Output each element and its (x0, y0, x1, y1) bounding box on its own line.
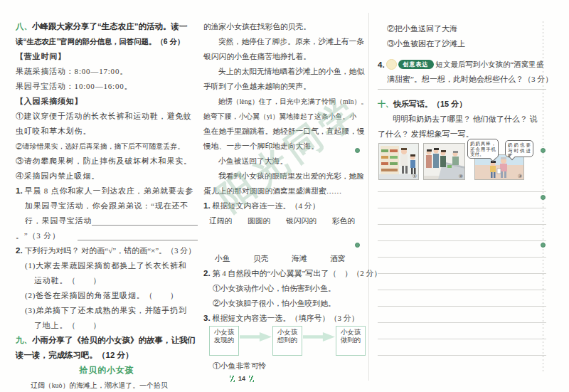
line-text: 【入园采摘须知】 (16, 94, 83, 109)
line-text: 了什么？ 发挥想象写一写。 (378, 127, 474, 142)
line-text: 乎听到了小鱼越来越响的哭声。 (203, 79, 311, 94)
line-text: 根据短文内容连一连。（4 分） (213, 198, 320, 213)
speech-bubble-1: 奶奶真棒，还会用手机支付。 (467, 139, 499, 159)
text-line: 。”（3 分） (16, 228, 198, 243)
sun-icon (386, 59, 397, 70)
text-line: 行，果园寻宝活动 (16, 213, 198, 228)
line-text: ②小女孩胆子很小，怕小鱼咬到她。 (213, 296, 336, 311)
line-text: 小鱼 贝壳 海滩 酒窝 (215, 251, 346, 266)
text-line: 3.根据短文内容选一选。（填序号）（3 分） (203, 311, 366, 326)
gutter-green-dot (355, 243, 360, 248)
line-text: 辽阔的 圆圆的 银闪闪的 彩色的 (209, 213, 355, 228)
text-line: 2.下列行为对吗？ 对的画“√”，错的画“×”。（3 分） (16, 243, 198, 258)
panel-3-illustration (475, 155, 523, 179)
line-text: 突然，她停住了脚步。原来，沙滩上有一条 (218, 34, 364, 49)
panel-2: ② (423, 143, 465, 180)
line-text: ④采摘园内禁止吸烟。 (16, 169, 100, 184)
panel-2-number: ② (459, 174, 463, 179)
line-text: 辽阔（kuò）的海滩上，潮水退了。一个拾贝 (31, 378, 168, 392)
edge-green-dot (541, 148, 546, 153)
line-text: (3)弟弟摘下了还未成熟的果实，并随手扔到 (25, 303, 187, 318)
line-text: (1)大家去果蔬园采摘前都换上了长衣长裤和 (25, 258, 187, 273)
section-ten-header: 十、快乐写话。（15 分） (378, 96, 546, 112)
text-line: 加果园寻宝活动，你会跟弟弟说：“现在还不 (16, 198, 198, 213)
text-line: ③小鱼被困在了沙滩上 (378, 36, 546, 51)
panel-3-number: ③ (518, 174, 522, 179)
flow-boxes: 小女孩 发现的 小女孩 想到的 小女孩 做到的 (209, 326, 366, 356)
text-line: 1.早晨 8 点你和家人一到达农庄，弟弟就要去参 (16, 184, 198, 198)
answer-line (378, 89, 546, 90)
text-line: 小鱼被送回了大海。 (203, 154, 366, 169)
line-number: 3. (203, 311, 211, 326)
text-line: 了什么？ 发挥想象写一写。 (378, 127, 546, 142)
line-text: ①建议穿便于活动的长衣长裤和运动鞋，避免蚊 (16, 109, 192, 124)
column-2-lines-top: 的渔家小女孩在找彩色的贝壳。突然，她停住了脚步。原来，沙滩上有一条银闪闪的小鱼在… (203, 19, 366, 326)
text-line: 拾贝的小女孩 (16, 363, 198, 378)
line-number: 1. (16, 184, 23, 198)
text-line: 她弯下腰，小心翼（yì）翼地捧起了这条小鱼。小 (203, 109, 366, 124)
line-number: 九、 (16, 333, 32, 348)
line-text: 虫叮咬和草木划伤。 (16, 124, 91, 139)
writing-prompt-comic-panels: ① ② 奶奶真棒，还会用手机支付。 奶奶也要与时俱进嘛。 (378, 142, 546, 183)
line-text: ①小女孩动作小心，怕伤害到小鱼。 (213, 281, 336, 296)
footer-slash-icon (230, 376, 235, 382)
text-line: 的渔家小女孩在找彩色的贝壳。 (203, 19, 366, 34)
line-text: 下列行为对吗？ 对的画“√”，错的画“×”。（3 分） (25, 243, 196, 258)
footer-slash-icon (249, 376, 254, 382)
line-number: 八、 (16, 19, 32, 34)
line-number: 2. (203, 266, 211, 281)
gutter-green-dot (355, 148, 360, 153)
text-line: 鱼在她手里蹦跳着。她轻舒一口气，直起腰，慢 (203, 124, 366, 139)
line-text: 根据短文内容选一选。（填序号）（3 分） (213, 311, 359, 326)
panel-1-number: ① (413, 174, 417, 179)
line-number: 1. (203, 198, 211, 213)
line-text: 了地上。（ ） (34, 318, 101, 333)
line-text: ③小鱼被困在了沙滩上 (387, 36, 465, 51)
text-line: 2.第 4 自然段中的“小心翼翼”写出了（ ）（2 分） (203, 266, 366, 281)
text-line: 1.根据短文内容连一连。（4 分） (203, 198, 366, 213)
text-line: (3)弟弟摘下了还未成熟的果实，并随手扔到 (16, 303, 198, 318)
text-line: 蛋儿上的那对圆圆的酒窝里盛满甜蜜…… (203, 184, 366, 198)
flow-arrow-icon (303, 332, 335, 341)
question-3-options: ②把小鱼送回了大海③小鱼被困在了沙滩上 (378, 21, 546, 51)
text-line: 读一读，完成练习吧。（12 分） (16, 348, 198, 363)
line-text: 明明和奶奶去了哪里？ 他们做了什么？ 说 (393, 112, 538, 127)
worksheet-page: { "page": { "watermark": "阳光同学", "footer… (0, 0, 569, 392)
question-3-flow-diagram: 小女孩 发现的 小女孩 想到的 小女孩 做到的 (203, 326, 366, 359)
page-number: 14 (238, 375, 245, 382)
text-line: 突然，她停住了脚步。原来，沙滩上有一条 (203, 34, 366, 49)
line-text: 慢地、一步一个脚印地走向大海。 (203, 139, 319, 154)
line-text: 她愣（lèng）住了，目光中充满了怜悯（mǐn）。 (218, 94, 368, 109)
right-page-column: ②把小鱼送回了大海③小鱼被困在了沙滩上 4. 创意表达 短文最后写到小女孩的“酒… (378, 21, 546, 359)
line-text: 蛋儿上的那对圆圆的酒窝里盛满甜蜜…… (203, 184, 341, 198)
text-line: 乎听到了小鱼越来越响的哭声。 (203, 79, 366, 94)
answer-blank-line (92, 213, 198, 226)
flow-arrow-icon (240, 332, 272, 341)
panel-1: ① (378, 143, 419, 180)
section-ten-paragraph: 明明和奶奶去了哪里？ 他们做了什么？ 说了什么？ 发挥想象写一写。 (378, 112, 546, 142)
text-line: ②请珍惜果实，选好后再采摘，摘下后不可随意丢弃。 (16, 139, 198, 154)
text-line: 头上的太阳无情地晒着沙滩上的小鱼，她似 (203, 64, 366, 79)
line-text: ②请珍惜果实，选好后再采摘，摘下后不可随意丢弃。 (16, 139, 184, 154)
text-line: (1)大家去果蔬园采摘前都换上了长衣长裤和 (16, 258, 198, 273)
line-text: 第 4 自然段中的“小心翼翼”写出了（ ）（2 分） (213, 266, 382, 281)
line-text: 行，果园寻宝活动 (25, 213, 92, 228)
line-text: 的渔家小女孩在找彩色的贝壳。 (203, 19, 311, 34)
edge-green-dot (541, 243, 546, 248)
text-line: 果蔬采摘活动：8:00—17:00。 (16, 64, 198, 79)
left-page-column-2: 的渔家小女孩在找彩色的贝壳。突然，她停住了脚步。原来，沙滩上有一条银闪闪的小鱼在… (203, 19, 366, 374)
line-number: 2. (16, 243, 23, 258)
column-1-lines: 八、小峰跟大家分享了“生态农庄”的活动。读一读“生态农庄”官网的部分信息，回答问… (16, 19, 198, 392)
creative-expression-badge: 创意表达 (398, 60, 434, 69)
text-line: ①小鱼非常可怜 (203, 359, 366, 374)
line-text: 银闪闪的小鱼在痛苦地挣扎着。 (203, 49, 311, 64)
text-line: ①建议穿便于活动的长衣长裤和运动鞋，避免蚊 (16, 109, 198, 124)
line-text: ①小鱼非常可怜 (213, 359, 267, 374)
line-text: 运动鞋。（ ） (34, 273, 101, 288)
text-line: 读“生态农庄”官网的部分信息，回答问题。（6 分） (16, 34, 198, 49)
text-line: 她愣（lèng）住了，目光中充满了怜悯（mǐn）。 (203, 94, 366, 109)
question-4-text: 短文最后写到小女孩的“酒窝里盛 (436, 60, 544, 70)
page-gutter-line (368, 13, 369, 381)
text-line: 银闪闪的小鱼在痛苦地挣扎着。 (203, 49, 366, 64)
line-text: 。”（3 分） (16, 228, 60, 243)
